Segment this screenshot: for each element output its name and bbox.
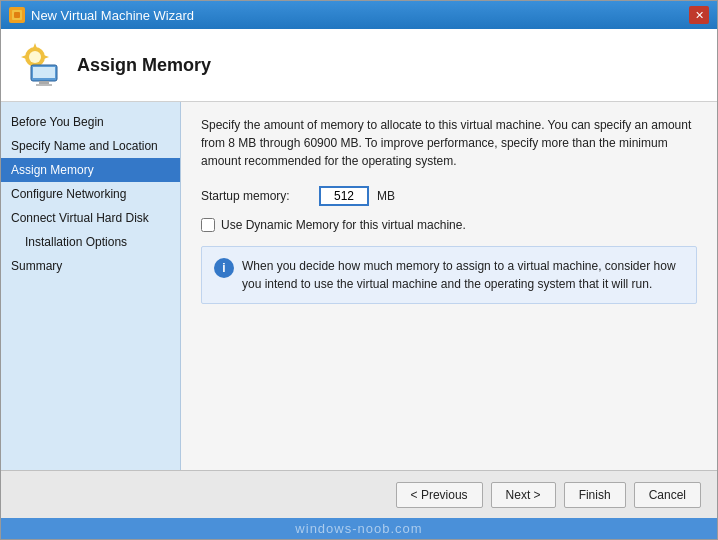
sidebar-item-specify-name[interactable]: Specify Name and Location <box>1 134 180 158</box>
finish-button[interactable]: Finish <box>564 482 626 508</box>
sidebar: Before You BeginSpecify Name and Locatio… <box>1 102 181 470</box>
main-window: New Virtual Machine Wizard ✕ Assign Me <box>0 0 718 540</box>
svg-point-7 <box>29 51 41 63</box>
sidebar-item-configure-networking[interactable]: Configure Networking <box>1 182 180 206</box>
sidebar-item-summary[interactable]: Summary <box>1 254 180 278</box>
dynamic-memory-checkbox[interactable] <box>201 218 215 232</box>
sidebar-item-connect-vhd[interactable]: Connect Virtual Hard Disk <box>1 206 180 230</box>
window-title: New Virtual Machine Wizard <box>31 8 194 23</box>
header-bar: Assign Memory <box>1 29 717 102</box>
startup-memory-label: Startup memory: <box>201 189 311 203</box>
svg-rect-11 <box>36 84 52 86</box>
panel-content: Specify the amount of memory to allocate… <box>181 102 717 470</box>
wizard-icon <box>17 41 65 89</box>
startup-memory-input[interactable] <box>319 186 369 206</box>
sidebar-item-installation-options[interactable]: Installation Options <box>1 230 180 254</box>
page-title: Assign Memory <box>77 55 211 76</box>
info-box: i When you decide how much memory to ass… <box>201 246 697 304</box>
svg-rect-9 <box>33 67 55 78</box>
info-icon: i <box>214 258 234 278</box>
previous-button[interactable]: < Previous <box>396 482 483 508</box>
title-bar-left: New Virtual Machine Wizard <box>9 7 194 23</box>
svg-rect-1 <box>14 12 20 18</box>
dynamic-memory-label: Use Dynamic Memory for this virtual mach… <box>221 218 466 232</box>
title-bar: New Virtual Machine Wizard ✕ <box>1 1 717 29</box>
right-panel: Specify the amount of memory to allocate… <box>181 102 717 470</box>
svg-rect-10 <box>39 81 49 84</box>
startup-memory-row: Startup memory: MB <box>201 186 697 206</box>
main-layout: Before You BeginSpecify Name and Locatio… <box>1 102 717 470</box>
dynamic-memory-row: Use Dynamic Memory for this virtual mach… <box>201 218 697 232</box>
cancel-button[interactable]: Cancel <box>634 482 701 508</box>
sidebar-item-before-you-begin[interactable]: Before You Begin <box>1 110 180 134</box>
sidebar-item-assign-memory[interactable]: Assign Memory <box>1 158 180 182</box>
memory-unit: MB <box>377 189 395 203</box>
next-button[interactable]: Next > <box>491 482 556 508</box>
info-text: When you decide how much memory to assig… <box>242 257 684 293</box>
app-icon <box>9 7 25 23</box>
close-button[interactable]: ✕ <box>689 6 709 24</box>
description-text: Specify the amount of memory to allocate… <box>201 116 697 170</box>
footer: < Previous Next > Finish Cancel <box>1 470 717 518</box>
watermark: windows-noob.com <box>1 518 717 539</box>
